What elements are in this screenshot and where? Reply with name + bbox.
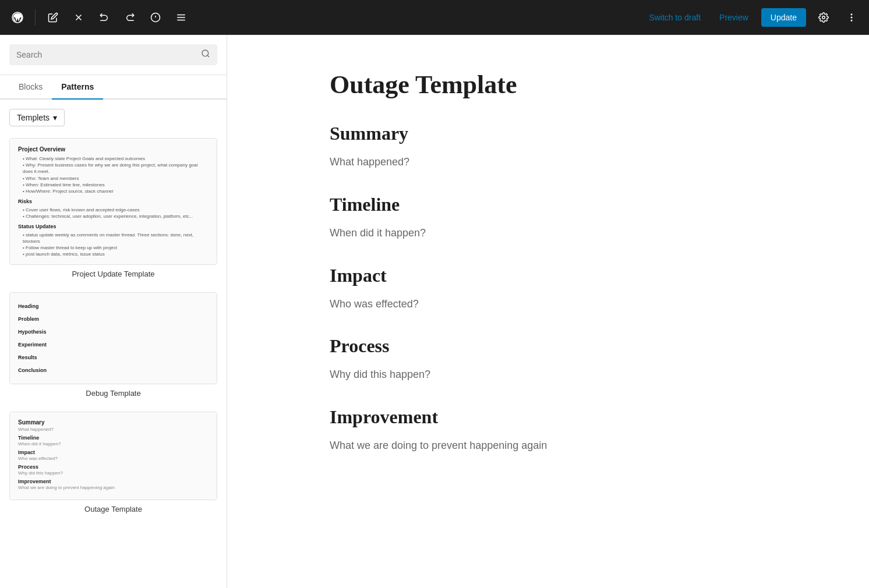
debug-section-results: Results <box>18 351 209 362</box>
preview-project-item-5: • How/Where: Project source, slack chann… <box>18 188 209 194</box>
redo-button[interactable] <box>119 7 140 28</box>
section-heading-4[interactable]: Improvement <box>330 406 766 428</box>
preview-project-heading: Project Overview <box>18 146 209 154</box>
close-button[interactable] <box>68 7 89 28</box>
svg-point-11 <box>851 17 852 18</box>
debug-section-experiment: Experiment <box>18 338 209 349</box>
debug-section-problem: Problem <box>18 313 209 323</box>
search-input[interactable] <box>16 50 196 59</box>
section-heading-1[interactable]: Timeline <box>330 194 766 215</box>
section-body-1[interactable]: When did it happen? <box>330 225 766 242</box>
tab-blocks[interactable]: Blocks <box>9 75 52 100</box>
preview-status-item-1: • status update weekly as comments on ma… <box>18 232 209 245</box>
section-body-4[interactable]: What we are doing to prevent happening a… <box>330 437 766 454</box>
pattern-card-outage: Summary What happened? Timeline When did… <box>9 412 217 513</box>
outage-summary-sub: What happened? <box>18 427 209 432</box>
topbar: Switch to draft Preview Update <box>0 0 869 35</box>
post-title[interactable]: Outage Template <box>330 70 766 100</box>
debug-section-conclusion: Conclusion <box>18 364 209 374</box>
preview-project-item-1: • What: Clearly state Project Goals and … <box>18 155 209 162</box>
more-options-button[interactable] <box>841 7 862 28</box>
debug-problem-label: Problem <box>18 316 39 322</box>
sidebar-tabs: Blocks Patterns <box>0 75 227 100</box>
wp-logo[interactable] <box>7 7 28 28</box>
pattern-card-inner-outage[interactable]: Summary What happened? Timeline When did… <box>9 412 217 500</box>
pattern-name-project-update: Project Update Template <box>9 270 217 278</box>
pattern-name-outage: Outage Template <box>9 505 217 513</box>
outage-impact-sub: Who was effected? <box>18 456 209 461</box>
pattern-preview-debug: Heading Problem Hypothesis Experiment Re <box>10 293 217 384</box>
topbar-right: Switch to draft Preview Update <box>643 7 862 28</box>
svg-point-9 <box>822 16 825 19</box>
debug-heading-label: Heading <box>18 303 39 309</box>
pattern-card-debug: Heading Problem Hypothesis Experiment Re <box>9 292 217 398</box>
search-input-wrap <box>9 44 217 65</box>
svg-point-10 <box>851 14 852 15</box>
debug-conclusion-label: Conclusion <box>18 367 47 373</box>
preview-button[interactable]: Preview <box>713 9 754 26</box>
main-layout: Blocks Patterns Templets ▾ Project Overv… <box>0 35 869 588</box>
preview-risks-item-2: • Challenges: technical, user adoption, … <box>18 213 209 219</box>
sidebar-content: Templets ▾ Project Overview • What: Clea… <box>0 100 227 588</box>
list-view-button[interactable] <box>171 7 192 28</box>
preview-status-item-2: • Follow master thread to keep up with p… <box>18 245 209 251</box>
outage-improvement-sub: What we are doing to prevent happening a… <box>18 485 209 490</box>
topbar-separator <box>35 9 36 26</box>
sidebar: Blocks Patterns Templets ▾ Project Overv… <box>0 35 227 588</box>
svg-line-14 <box>207 55 209 57</box>
pattern-card-inner-debug[interactable]: Heading Problem Hypothesis Experiment Re <box>9 292 217 384</box>
section-body-0[interactable]: What happened? <box>330 154 766 171</box>
preview-project-item-4: • When: Estimated time line, milestones <box>18 182 209 188</box>
debug-hypothesis-label: Hypothesis <box>18 329 47 335</box>
debug-experiment-label: Experiment <box>18 342 47 348</box>
preview-risks-item-1: • Cover user flows, risk known and accep… <box>18 207 209 213</box>
debug-results-label: Results <box>18 355 37 360</box>
section-heading-0[interactable]: Summary <box>330 123 766 144</box>
pattern-name-debug: Debug Template <box>9 389 217 398</box>
section-body-2[interactable]: Who was effected? <box>330 296 766 313</box>
svg-point-13 <box>202 50 209 56</box>
section-heading-3[interactable]: Process <box>330 335 766 357</box>
content-area[interactable]: Outage Template Summary What happened? T… <box>227 35 869 588</box>
tab-patterns[interactable]: Patterns <box>52 75 103 100</box>
outage-process-heading: Process <box>18 464 209 470</box>
outage-improvement-heading: Improvement <box>18 479 209 484</box>
pattern-card-inner-project-update[interactable]: Project Overview • What: Clearly state P… <box>9 138 217 265</box>
section-heading-2[interactable]: Impact <box>330 265 766 286</box>
pattern-preview-outage: Summary What happened? Timeline When did… <box>10 412 217 500</box>
preview-status-item-3: • post launch data, metrics, issue statu… <box>18 251 209 257</box>
edit-mode-button[interactable] <box>43 7 63 28</box>
outage-timeline-heading: Timeline <box>18 435 209 441</box>
outage-impact-heading: Impact <box>18 449 209 455</box>
debug-section-hypothesis: Hypothesis <box>18 325 209 336</box>
svg-point-12 <box>851 20 852 21</box>
search-container <box>0 35 227 75</box>
undo-button[interactable] <box>94 7 115 28</box>
preview-project-item-2: • Why: Present business cases for why we… <box>18 162 209 175</box>
pattern-preview-project-update: Project Overview • What: Clearly state P… <box>10 139 217 264</box>
search-icon <box>201 49 210 61</box>
preview-project-item-3: • Who: Team and members <box>18 175 209 182</box>
debug-section-heading: Heading <box>18 300 209 310</box>
outage-timeline-sub: When did it happen? <box>18 441 209 447</box>
switch-draft-button[interactable]: Switch to draft <box>643 9 706 26</box>
outage-process-sub: Why did this happen? <box>18 470 209 476</box>
pattern-card-project-update: Project Overview • What: Clearly state P… <box>9 138 217 278</box>
preview-status-heading: Status Updates <box>18 223 209 231</box>
section-body-3[interactable]: Why did this happen? <box>330 366 766 383</box>
outage-summary-heading: Summary <box>18 419 209 426</box>
content-inner: Outage Template Summary What happened? T… <box>330 70 766 454</box>
settings-button[interactable] <box>813 7 834 28</box>
chevron-down-icon: ▾ <box>53 113 57 122</box>
templets-label: Templets <box>17 113 50 122</box>
update-button[interactable]: Update <box>761 8 806 27</box>
preview-risks-heading: Risks <box>18 198 209 206</box>
templets-dropdown[interactable]: Templets ▾ <box>9 109 65 126</box>
info-button[interactable] <box>145 7 166 28</box>
